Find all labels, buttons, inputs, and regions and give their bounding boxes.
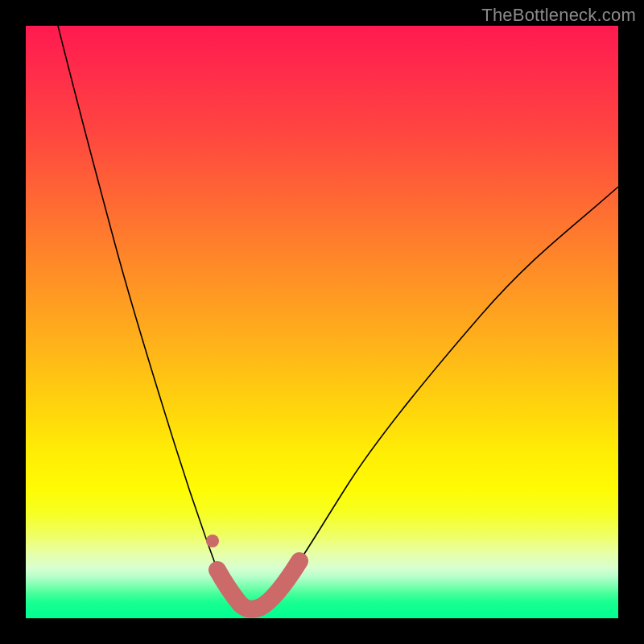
bottleneck-chart-svg xyxy=(26,26,618,618)
curve-right-branch xyxy=(251,187,618,610)
watermark-text: TheBottleneck.com xyxy=(481,5,636,26)
highlight-optimal-range xyxy=(217,561,299,609)
highlight-marker-dot xyxy=(206,535,219,547)
chart-frame: TheBottleneck.com xyxy=(0,0,644,644)
curve-left-branch xyxy=(58,26,251,610)
